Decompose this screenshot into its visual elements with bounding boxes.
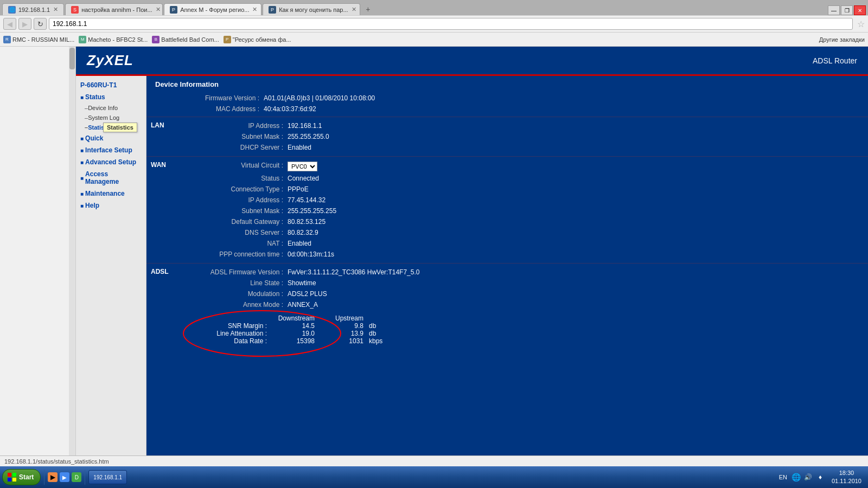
bookmark-1-label: RMC - RUSSIAN MIL...	[12, 36, 74, 43]
adsl-rate-ds: 15398	[271, 337, 320, 345]
bookmark-2-label: Macheto - BFBC2 St...	[88, 36, 148, 43]
tab-3[interactable]: P Annex M - Форум регио... ✕	[164, 3, 261, 15]
bookmark-star[interactable]: ☆	[857, 19, 865, 29]
scroll-thumb[interactable]	[69, 48, 75, 69]
restore-button[interactable]: ❐	[841, 5, 853, 15]
nav-device-info[interactable]: Device Info	[76, 103, 146, 113]
adsl-line-state-value: Showtime	[288, 279, 316, 287]
taskbar-media-player-icon[interactable]: ▶	[48, 472, 58, 482]
adsl-snr-row: SNR Margin : 14.5 9.8 db	[190, 322, 396, 330]
wan-ppp-row: PPP connection time : 0d:00h:13m:11s	[179, 249, 868, 260]
bookmark-3[interactable]: B Battlefield Bad Com...	[152, 36, 219, 43]
nav-statistics[interactable]: Statistics Statistics	[76, 123, 146, 132]
wan-vc-select[interactable]: PVC0	[288, 162, 317, 171]
page-content: ZyXEL ADSL Router P-660RU-T1 ■ Status De…	[0, 47, 868, 455]
wan-ip-label: IP Address :	[179, 196, 288, 204]
lan-subnet-row: Subnet Mask : 255.255.255.0	[179, 131, 868, 142]
new-tab-button[interactable]: +	[361, 3, 374, 15]
nav-status[interactable]: ■ Status	[76, 91, 146, 103]
nav-advanced-setup[interactable]: ■ Advanced Setup	[76, 156, 146, 168]
adsl-rate-us: 1031	[320, 337, 369, 345]
tab-2-close[interactable]: ✕	[156, 6, 161, 13]
mac-value: 40:4a:03:37:6d:92	[264, 105, 316, 113]
back-button[interactable]: ◀	[3, 18, 16, 30]
adsl-annex-row: Annex Mode : ANNEX_A	[179, 299, 868, 310]
taskbar-app3-icon[interactable]: D	[72, 472, 81, 482]
nav-system-log[interactable]: System Log	[76, 113, 146, 123]
wan-conn-type-row: Connection Type : PPPoE	[179, 184, 868, 195]
lan-ip-label: IP Address :	[179, 122, 288, 130]
adsl-atten-ds: 19.0	[271, 330, 320, 337]
svg-rect-2	[12, 473, 16, 477]
firmware-label: Firmware Version :	[155, 94, 264, 102]
taskbar-right: EN 🌐 🔊 ♦ 18:30 01.11.2010	[777, 469, 866, 486]
nav-access-management[interactable]: ■ Access Manageme	[76, 168, 146, 188]
firmware-row: Firmware Version : A01.01(AB.0)b3 | 01/0…	[155, 93, 859, 104]
nav-quick-label: Quick	[85, 134, 103, 142]
nav-quick[interactable]: ■ Quick	[76, 132, 146, 144]
lan-dhcp-row: DHCP Server : Enabled	[179, 142, 868, 153]
volume-icon[interactable]: ♦	[815, 472, 825, 482]
bookmark-4[interactable]: Р "Ресурс обмена фа...	[224, 36, 291, 43]
start-label: Start	[19, 473, 34, 481]
bookmarks-other[interactable]: Другие закладки	[819, 36, 865, 43]
tab-2-label: настройка annihm - Пои...	[81, 7, 152, 13]
router-body: P-660RU-T1 ■ Status Device Info System L…	[76, 76, 868, 455]
content-area: Device Information Firmware Version : A0…	[146, 76, 868, 455]
bookmark-1[interactable]: R RMC - RUSSIAN MIL...	[3, 36, 74, 43]
clock-date: 01.11.2010	[832, 477, 861, 485]
bookmark-2[interactable]: M Macheto - BFBC2 St...	[79, 36, 148, 43]
status-bar: 192.168.1.1/status/status_statistics.htm	[0, 455, 868, 466]
adsl-section: ADSL ADSL Firmware Version : FwVer:3.11.…	[146, 264, 868, 350]
nav-interface-label: Interface Setup	[85, 146, 132, 154]
adsl-upstream-header: Upstream	[320, 314, 369, 322]
minimize-button[interactable]: —	[828, 5, 840, 15]
tab-2[interactable]: S настройка annihm - Пои... ✕	[65, 3, 163, 15]
taskbar-app2-icon[interactable]: ▶	[60, 472, 69, 482]
svg-rect-3	[8, 478, 11, 481]
sidebar-scroll	[0, 47, 76, 455]
status-expand-icon: ■	[80, 94, 84, 100]
bookmark-2-icon: M	[79, 36, 86, 43]
adsl-line-state-label: Line State :	[179, 279, 288, 287]
bookmark-4-icon: Р	[224, 36, 231, 43]
scroll-track[interactable]	[69, 47, 75, 455]
nav-interface-setup[interactable]: ■ Interface Setup	[76, 144, 146, 156]
tab-4[interactable]: P Как я могу оценить пар... ✕	[263, 3, 360, 15]
adsl-fw-value: FwVer:3.11.11.22_TC3086 HwVer:T14F7_5.0	[288, 268, 419, 276]
bookmark-4-label: "Ресурс обмена фа...	[233, 36, 291, 43]
wan-dns-label: DNS Server :	[179, 229, 288, 236]
tab-1-close[interactable]: ✕	[53, 6, 58, 13]
tab-1[interactable]: 🌐 192.168.1.1 ✕	[2, 3, 64, 15]
lan-dhcp-label: DHCP Server :	[179, 144, 288, 151]
taskbar: Start ▶ ▶ D 192.168.1.1 EN 🌐 🔊 ♦ 18:30 0…	[0, 466, 868, 488]
clock: 18:30 01.11.2010	[827, 469, 866, 486]
wan-subnet-label: Subnet Mask :	[179, 207, 288, 215]
tab-3-close[interactable]: ✕	[252, 6, 257, 13]
nav-maintenance[interactable]: ■ Maintenance	[76, 188, 146, 200]
wan-section: WAN Virtual Circuit : PVC0	[146, 157, 868, 264]
adsl-snr-us: 9.8	[320, 322, 369, 330]
bookmarks-bar: R RMC - RUSSIAN MIL... M Macheto - BFBC2…	[0, 33, 868, 47]
forward-button[interactable]: ▶	[18, 18, 31, 30]
tab-4-close[interactable]: ✕	[352, 6, 356, 13]
wan-vc-value: PVC0	[288, 162, 317, 171]
network-icon[interactable]: 🌐	[792, 472, 801, 482]
taskbar-browser-label: 192.168.1.1	[93, 474, 122, 480]
nav-help[interactable]: ■ Help	[76, 200, 146, 211]
close-button[interactable]: ✕	[854, 5, 866, 15]
lan-details: IP Address : 192.168.1.1 Subnet Mask : 2…	[179, 117, 868, 156]
wan-gateway-row: Default Gateway : 80.82.53.125	[179, 216, 868, 227]
refresh-button[interactable]: ↻	[34, 18, 47, 30]
firmware-value: A01.01(AB.0)b3 | 01/08/2010 10:08:00	[264, 94, 375, 102]
language-badge[interactable]: EN	[777, 473, 789, 481]
address-bar[interactable]: 192.168.1.1	[49, 18, 853, 30]
start-button[interactable]: Start	[2, 469, 41, 485]
adsl-rate-unit: kbps	[369, 337, 396, 345]
nav-maintenance-label: Maintenance	[85, 190, 125, 197]
wan-vc-label: Virtual Circuit :	[179, 162, 288, 169]
taskbar-browser-button[interactable]: 192.168.1.1	[88, 470, 127, 484]
status-url: 192.168.1.1/status/status_statistics.htm	[4, 458, 109, 465]
speaker-icon[interactable]: 🔊	[803, 472, 813, 482]
adsl-details: ADSL Firmware Version : FwVer:3.11.11.22…	[179, 264, 868, 350]
